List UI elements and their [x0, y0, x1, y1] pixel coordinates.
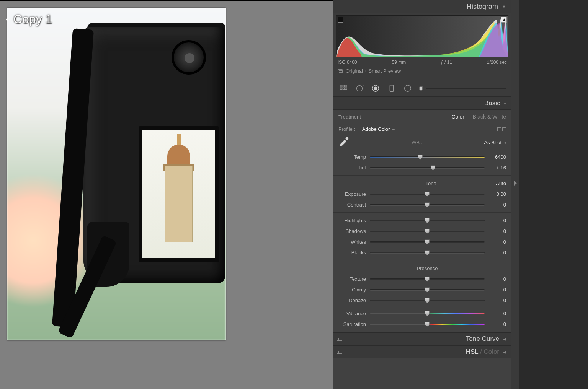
redeye-tool[interactable] — [371, 83, 381, 93]
panel-toggle-icon[interactable] — [337, 337, 342, 341]
hsl-panel-header[interactable]: HSL / Color ◀ — [333, 345, 511, 358]
histogram-focal: 59 mm — [392, 60, 406, 65]
radial-filter-tool[interactable] — [403, 83, 413, 93]
texture-value[interactable]: 0 — [488, 276, 506, 282]
hsl-title-a: HSL — [466, 348, 478, 355]
chevron-down-icon: ▼ — [502, 4, 506, 9]
chevron-left-icon: ◀ — [503, 337, 506, 342]
brush-slider-knob[interactable] — [419, 86, 423, 91]
blacks-value[interactable]: 0 — [488, 250, 506, 256]
svg-rect-4 — [343, 88, 345, 90]
svg-rect-1 — [343, 85, 345, 87]
tone-curve-title: Tone Curve — [466, 335, 499, 343]
svg-rect-2 — [345, 85, 347, 87]
panel-toggle-icon[interactable] — [337, 350, 342, 354]
photo-canvas[interactable]: Copy 1 SONY — [0, 0, 333, 389]
treatment-color-option[interactable]: Color — [451, 114, 464, 120]
vibrance-value[interactable]: 0 — [488, 311, 506, 316]
svg-rect-3 — [340, 88, 342, 90]
virtual-copy-dot — [6, 18, 8, 21]
dropdown-icon: ◂▸ — [392, 127, 394, 131]
presence-section-label: Presence — [370, 265, 485, 271]
svg-rect-5 — [345, 88, 347, 90]
clarity-value[interactable]: 0 — [488, 287, 506, 293]
dehaze-value[interactable]: 0 — [488, 298, 506, 303]
histogram-aperture: ƒ / 11 — [441, 60, 452, 65]
crop-tool[interactable] — [338, 83, 348, 93]
white-balance-eyedropper[interactable] — [338, 137, 350, 148]
virtual-copy-label: Copy 1 — [13, 12, 52, 26]
histogram-title: Histogram — [467, 3, 498, 11]
temp-label: Temp — [338, 154, 366, 160]
exposure-slider[interactable] — [370, 191, 485, 197]
wb-value: As Shot — [484, 140, 501, 145]
whites-label: Whites — [338, 239, 366, 245]
svg-point-11 — [405, 85, 411, 92]
saturation-value[interactable]: 0 — [488, 321, 506, 327]
graduated-filter-tool[interactable] — [387, 83, 397, 93]
shadows-slider[interactable] — [370, 228, 485, 234]
temp-slider[interactable] — [370, 154, 485, 160]
highlights-value[interactable]: 0 — [488, 218, 506, 223]
saturation-slider[interactable] — [370, 321, 485, 327]
tone-curve-panel-header[interactable]: Tone Curve ◀ — [333, 332, 511, 345]
profile-dropdown[interactable]: Adobe Color ◂▸ — [362, 126, 394, 132]
dehaze-label: Dehaze — [338, 298, 366, 303]
tint-label: Tint — [338, 165, 366, 171]
shadows-value[interactable]: 0 — [488, 228, 506, 234]
contrast-value[interactable]: 0 — [488, 202, 506, 208]
wb-dropdown[interactable]: As Shot ◂▸ — [484, 140, 506, 145]
clarity-slider[interactable] — [370, 287, 485, 292]
dropdown-icon: ◂▸ — [504, 141, 506, 145]
vibrance-slider[interactable] — [370, 311, 485, 316]
local-adjust-toolstrip — [333, 80, 511, 97]
histogram-shutter: 1/200 sec — [487, 60, 507, 65]
histogram-iso: ISO 6400 — [338, 60, 357, 65]
brush-size-slider[interactable] — [419, 86, 506, 91]
smart-preview-label: Original + Smart Preview — [346, 68, 401, 74]
histogram-graph — [336, 16, 508, 57]
exposure-value[interactable]: 0.00 — [488, 191, 506, 197]
whites-slider[interactable] — [370, 239, 485, 244]
hsl-title-b: Color — [483, 348, 499, 355]
svg-point-6 — [357, 86, 363, 91]
treatment-bw-option[interactable]: Black & White — [473, 114, 506, 120]
histogram-panel-header[interactable]: Histogram ▼ — [333, 0, 511, 13]
basic-panel-header[interactable]: Basic ≡ — [333, 97, 511, 110]
hsl-title-sep: / — [478, 348, 483, 355]
highlights-label: Highlights — [338, 218, 366, 223]
histogram[interactable] — [336, 15, 508, 57]
temp-value[interactable]: 6400 — [488, 154, 506, 160]
vibrance-label: Vibrance — [338, 311, 366, 316]
svg-line-7 — [362, 85, 364, 86]
spot-removal-tool[interactable] — [354, 83, 364, 93]
whites-value[interactable]: 0 — [488, 239, 506, 245]
panel-options-icon: ≡ — [504, 101, 506, 106]
smart-preview-icon — [338, 69, 343, 73]
svg-rect-10 — [390, 85, 393, 92]
collapse-arrow-icon — [514, 181, 517, 186]
texture-slider[interactable] — [370, 276, 485, 282]
camera-lcd — [139, 126, 219, 262]
svg-point-9 — [374, 87, 377, 90]
texture-label: Texture — [338, 276, 366, 282]
chevron-left-icon: ◀ — [503, 350, 506, 355]
highlights-slider[interactable] — [370, 218, 485, 223]
blacks-slider[interactable] — [370, 250, 485, 255]
exposure-label: Exposure — [338, 191, 366, 197]
treatment-label: Treatment : — [338, 114, 364, 120]
basic-title: Basic — [484, 99, 500, 107]
profile-browser-icon[interactable] — [497, 127, 506, 131]
camera-mode-dial — [172, 40, 206, 75]
tint-slider[interactable] — [370, 165, 485, 170]
image-preview[interactable]: SONY — [7, 8, 226, 340]
contrast-slider[interactable] — [370, 202, 485, 207]
auto-tone-button[interactable]: Auto — [496, 181, 506, 186]
dehaze-slider[interactable] — [370, 298, 485, 303]
right-panel-collapse-strip[interactable] — [511, 0, 519, 389]
tone-section-label: Tone — [370, 181, 492, 186]
tint-value[interactable]: + 16 — [488, 165, 506, 171]
profile-value: Adobe Color — [362, 126, 390, 132]
profile-label: Profile : — [338, 126, 355, 132]
smart-preview-status: Original + Smart Preview — [336, 67, 508, 78]
